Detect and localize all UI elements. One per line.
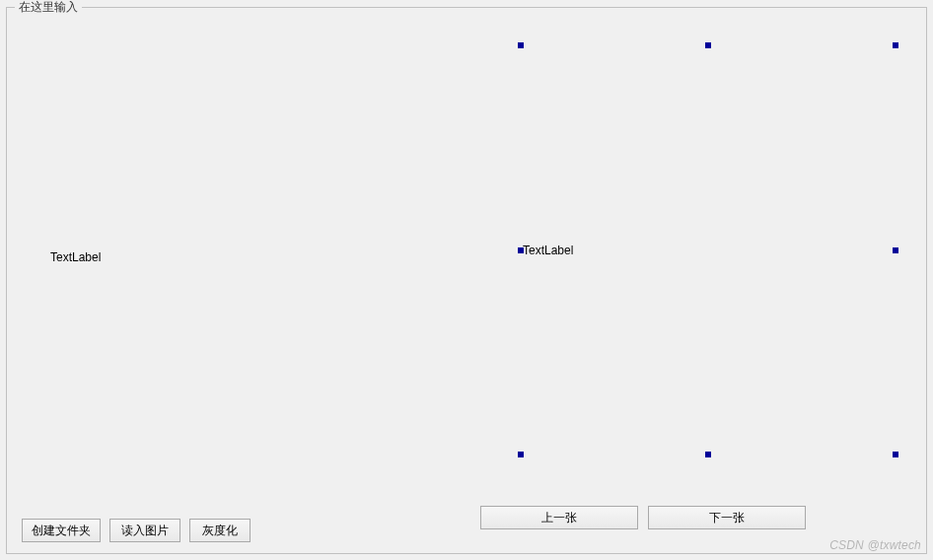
resize-handle-top-right[interactable] bbox=[893, 42, 898, 48]
create-folder-button[interactable]: 创建文件夹 bbox=[22, 519, 101, 542]
group-box[interactable]: 在这里输入 TextLabel TextLabel 创建文件夹 读入图片 灰度化… bbox=[6, 7, 927, 554]
text-label-left[interactable]: TextLabel bbox=[50, 250, 101, 264]
load-image-button[interactable]: 读入图片 bbox=[109, 519, 180, 542]
resize-handle-top-center[interactable] bbox=[705, 42, 711, 48]
resize-handle-top-left[interactable] bbox=[518, 42, 524, 48]
groupbox-title[interactable]: 在这里输入 bbox=[15, 0, 82, 15]
resize-handle-bottom-left[interactable] bbox=[518, 452, 524, 457]
resize-handle-bottom-right[interactable] bbox=[893, 452, 898, 457]
text-label-right-text: TextLabel bbox=[523, 244, 573, 257]
grayscale-button[interactable]: 灰度化 bbox=[189, 519, 251, 542]
text-label-right[interactable]: TextLabel bbox=[521, 45, 896, 455]
resize-handle-bottom-center[interactable] bbox=[705, 452, 711, 457]
next-image-button[interactable]: 下一张 bbox=[648, 506, 806, 529]
resize-handle-middle-right[interactable] bbox=[893, 247, 898, 253]
prev-image-button[interactable]: 上一张 bbox=[480, 506, 638, 529]
